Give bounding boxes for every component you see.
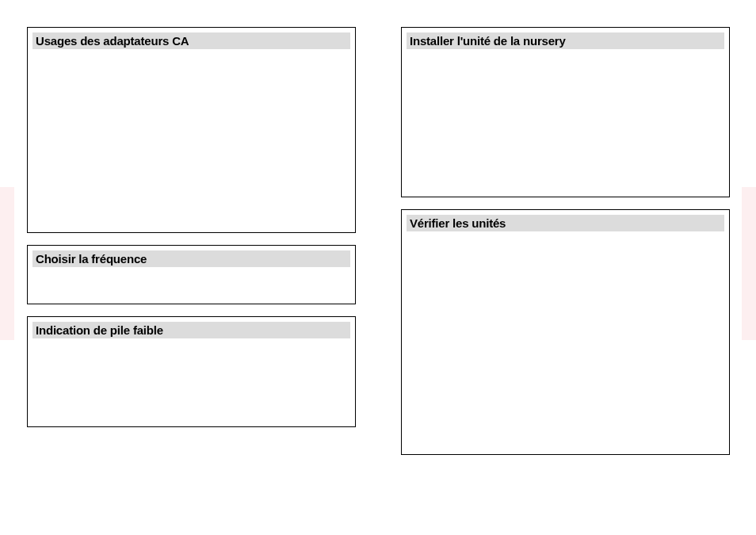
left-column: Usages des adaptateurs CA Choisir la fré… bbox=[27, 27, 382, 439]
section-body bbox=[407, 231, 724, 449]
section-box: Installer l'unité de la nursery bbox=[401, 27, 730, 197]
section-title: Usages des adaptateurs CA bbox=[32, 32, 350, 49]
section-box: Vérifier les unités bbox=[401, 209, 730, 455]
section-body bbox=[407, 49, 724, 192]
section-box: Indication de pile faible bbox=[27, 316, 356, 427]
section-box: Choisir la fréquence bbox=[27, 245, 356, 304]
section-box: Usages des adaptateurs CA bbox=[27, 27, 356, 233]
section-title: Indication de pile faible bbox=[32, 322, 350, 338]
section-body bbox=[32, 267, 350, 299]
page-tab-left bbox=[0, 187, 14, 340]
section-title: Vérifier les unités bbox=[407, 215, 724, 231]
section-body bbox=[32, 49, 350, 227]
right-column: Installer l'unité de la nursery Vérifier… bbox=[401, 27, 756, 467]
section-body bbox=[32, 338, 350, 422]
section-title: Installer l'unité de la nursery bbox=[407, 32, 724, 49]
section-title: Choisir la fréquence bbox=[32, 250, 350, 267]
